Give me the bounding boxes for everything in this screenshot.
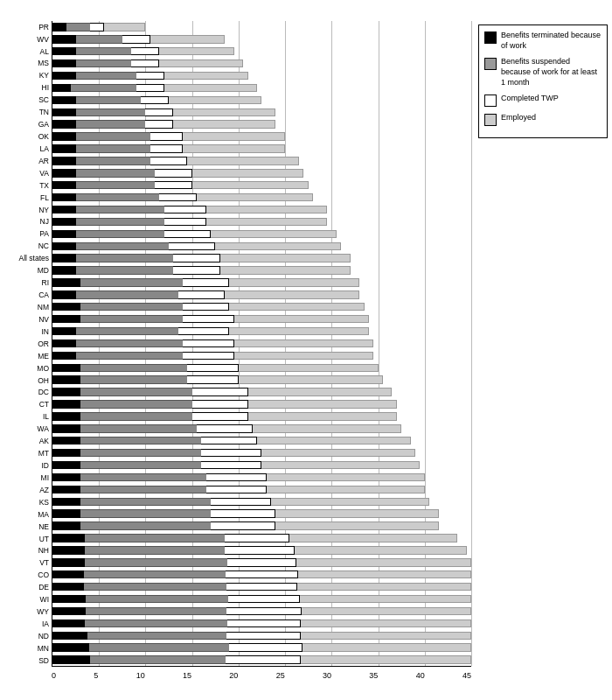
state-label-vt: VT: [39, 557, 49, 570]
seg-terminated: [52, 424, 80, 432]
state-label-or: OR: [38, 338, 49, 350]
seg-suspended: [80, 509, 211, 517]
state-label-pa: PA: [39, 228, 49, 241]
seg-employed: [192, 169, 304, 177]
bar-row: [52, 143, 471, 155]
seg-twp: [211, 509, 276, 517]
seg-twp: [122, 35, 150, 43]
seg-twp: [164, 230, 211, 238]
seg-employed: [187, 157, 299, 164]
bars-container: [52, 21, 471, 667]
seg-suspended: [80, 400, 192, 408]
seg-twp: [225, 546, 295, 554]
state-label-co: CO: [38, 570, 49, 582]
state-label-ak: AK: [39, 435, 49, 447]
state-label-fl: FL: [40, 192, 49, 204]
bar-row: [52, 520, 471, 532]
y-axis: PRWVALMSKYHISCTNGAOKLAARVATXFLNYNJPANCAl…: [4, 21, 52, 667]
seg-twp: [226, 607, 301, 615]
seg-terminated: [52, 643, 89, 651]
seg-twp: [155, 181, 192, 189]
state-label-mo: MO: [37, 362, 49, 374]
x-tick: 15: [183, 671, 191, 680]
seg-employed: [296, 558, 471, 566]
x-tick: 10: [136, 671, 145, 680]
state-label-nc: NC: [38, 241, 49, 253]
seg-terminated: [52, 595, 86, 603]
state-label-nj: NJ: [40, 216, 49, 228]
seg-suspended: [80, 424, 197, 432]
chart-area: PRWVALMSKYHISCTNGAOKLAARVATXFLNYNJPANCAl…: [4, 7, 476, 693]
seg-suspended: [76, 327, 178, 335]
seg-employed: [295, 546, 467, 554]
state-label-ky: KY: [39, 70, 49, 82]
seg-suspended: [76, 60, 132, 67]
seg-employed: [159, 60, 243, 67]
seg-terminated: [52, 620, 85, 627]
seg-employed: [301, 655, 471, 663]
state-label-wa: WA: [38, 424, 49, 436]
bar-row: [52, 276, 471, 289]
seg-terminated: [52, 254, 76, 262]
x-tick: 20: [229, 671, 238, 680]
seg-twp: [201, 437, 257, 444]
state-label-mn: MN: [38, 642, 49, 654]
bar-row: [52, 349, 471, 361]
bar-row: [52, 326, 471, 338]
state-label-ny: NY: [38, 204, 49, 216]
seg-terminated: [52, 144, 76, 152]
seg-suspended: [80, 461, 201, 469]
seg-terminated: [52, 486, 80, 494]
bar-row: [52, 654, 471, 666]
seg-suspended: [80, 364, 187, 372]
x-tick: 0: [52, 671, 56, 680]
state-label-ct: CT: [39, 399, 49, 411]
state-label-all-states: All states: [19, 253, 50, 265]
seg-twp: [164, 206, 206, 214]
seg-twp: [227, 558, 296, 566]
bar-row: [52, 130, 471, 143]
bar-row: [52, 58, 471, 70]
state-label-sd: SD: [38, 654, 49, 667]
seg-twp: [183, 352, 234, 360]
state-label-la: LA: [40, 143, 49, 155]
bar-row: [52, 252, 471, 264]
bar-row: [52, 593, 471, 606]
seg-terminated: [52, 242, 76, 250]
bar-row: [52, 301, 471, 313]
seg-twp: [201, 461, 261, 469]
seg-twp: [192, 388, 248, 396]
state-label-va: VA: [39, 167, 49, 179]
bar-row: [52, 459, 471, 472]
seg-employed: [261, 461, 420, 469]
seg-suspended: [76, 35, 122, 43]
state-label-ks: KS: [39, 496, 49, 508]
seg-employed: [248, 388, 393, 396]
seg-suspended: [76, 218, 164, 226]
seg-employed: [298, 570, 471, 578]
seg-terminated: [52, 290, 76, 298]
seg-twp: [229, 643, 303, 651]
seg-terminated: [52, 522, 80, 529]
bar-row: [52, 532, 471, 544]
seg-employed: [183, 144, 285, 152]
seg-suspended: [85, 534, 225, 542]
bar-row: [52, 374, 471, 386]
seg-employed: [206, 218, 327, 226]
state-label-oh: OH: [38, 374, 49, 387]
seg-suspended: [84, 570, 225, 578]
seg-twp: [183, 303, 229, 311]
bar-row: [52, 70, 471, 82]
legend-box: Benefits terminated because of workBenef…: [478, 24, 608, 138]
seg-suspended: [76, 206, 164, 214]
seg-employed: [301, 632, 471, 640]
legend-label: Benefits suspended because of work for a…: [501, 57, 602, 88]
seg-terminated: [52, 607, 86, 615]
seg-terminated: [52, 23, 66, 31]
seg-terminated: [52, 364, 80, 372]
seg-suspended: [76, 254, 174, 262]
legend-items: Benefits terminated because of workBenef…: [484, 31, 602, 126]
seg-employed: [234, 340, 374, 347]
bar-row: [52, 435, 471, 447]
seg-suspended: [89, 643, 229, 651]
